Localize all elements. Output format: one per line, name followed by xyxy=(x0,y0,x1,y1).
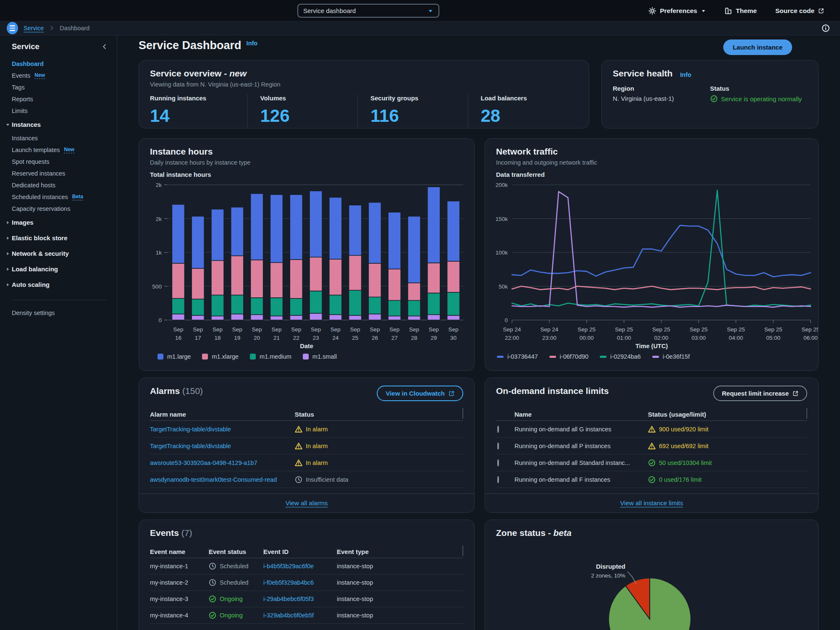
svg-text:1k: 1k xyxy=(156,249,162,256)
sidebar-item-capacity-reservations[interactable]: Capacity reservations xyxy=(12,203,117,215)
theme-toggle[interactable]: Theme xyxy=(724,7,757,15)
service-overview-title: Service overview - new xyxy=(150,68,578,79)
radio-button[interactable] xyxy=(497,476,499,483)
svg-text:01:00: 01:00 xyxy=(617,335,631,341)
line-chart-legend: i-03736447i-06f70d90i-02924ba6i-0e36f15f xyxy=(497,353,690,360)
breadcrumb-bar: Service Dashboard xyxy=(0,21,840,35)
radio-button[interactable] xyxy=(497,443,499,449)
metric-value-link[interactable]: 14 xyxy=(150,105,170,129)
legend-item[interactable]: m1.small xyxy=(303,353,337,360)
dashboard-variant-select[interactable]: Service dashboard xyxy=(297,4,439,18)
metric-value-link[interactable]: 116 xyxy=(370,105,399,129)
legend-item[interactable]: m1.xlarge xyxy=(202,353,239,360)
check-circle-icon xyxy=(710,95,718,102)
sidebar-item-reserved-instances[interactable]: Reserved instances xyxy=(12,168,117,179)
sidebar-item-instances[interactable]: Instances xyxy=(12,132,117,144)
check-icon xyxy=(209,612,216,619)
source-code-link[interactable]: Source code xyxy=(775,7,824,15)
legend-item[interactable]: m1.large xyxy=(158,353,191,360)
event-id-cell: i-329ab4bc6f0eb5f xyxy=(263,612,337,619)
sidebar-item-scheduled-instances[interactable]: Scheduled instancesBeta xyxy=(12,191,117,203)
event-id-link[interactable]: i-29ab4bebc6f05f3 xyxy=(263,596,314,602)
legend-item[interactable]: i-02924ba6 xyxy=(600,353,641,360)
sidebar-item-spot-requests[interactable]: Spot requests xyxy=(12,156,117,168)
svg-text:200k: 200k xyxy=(496,182,508,188)
event-type-cell: instance-stop xyxy=(337,579,463,586)
badge-beta[interactable]: Beta xyxy=(72,194,83,200)
legend-item[interactable]: i-0e36f15f xyxy=(652,353,690,360)
metric-value-link[interactable]: 28 xyxy=(481,105,501,129)
radio-button[interactable] xyxy=(497,426,499,433)
sidebar-item-dedicated-hosts[interactable]: Dedicated hosts xyxy=(12,179,117,191)
svg-text:Sep: Sep xyxy=(429,326,439,333)
preferences-menu[interactable]: Preferences xyxy=(648,7,706,15)
radio-button[interactable] xyxy=(497,459,499,466)
events-card: Events (7) Event name Event status Event… xyxy=(139,520,475,630)
menu-icon[interactable] xyxy=(7,22,18,34)
svg-text:27: 27 xyxy=(391,335,398,341)
event-id-link[interactable]: i-f0eb5f329ab4bc6 xyxy=(263,579,314,586)
table-row: my-instance-2Scheduledi-f0eb5f329ab4bc6i… xyxy=(150,575,463,591)
radio-cell xyxy=(496,443,514,449)
sidebar-item-reports[interactable]: Reports xyxy=(12,93,117,105)
topbar-utilities: Preferences Theme Source code xyxy=(648,0,824,21)
sidebar-section-auto-scaling[interactable]: Auto scaling xyxy=(4,277,117,292)
limits-table-header: Name Status (usage/limit) xyxy=(496,408,807,421)
svg-text:22: 22 xyxy=(293,335,299,341)
collapse-sidebar-icon[interactable] xyxy=(102,44,108,50)
line-chart-x-label: Time (UTC) xyxy=(485,343,818,349)
radio-cell xyxy=(496,476,514,483)
sidebar-section-network-security[interactable]: Network & security xyxy=(4,246,117,261)
sidebar-item-dashboard[interactable]: Dashboard xyxy=(12,58,117,70)
svg-text:22:00: 22:00 xyxy=(505,335,519,341)
sidebar-section-images[interactable]: Images xyxy=(4,215,117,230)
health-info-link[interactable]: Info xyxy=(680,69,691,80)
page-info-link[interactable]: Info xyxy=(247,40,258,47)
launch-instance-button[interactable]: Launch instance xyxy=(723,39,792,55)
table-row: Running on-demand all F instances0 used/… xyxy=(496,471,807,488)
bar-chart-x-label: Date xyxy=(139,343,474,349)
event-id-link[interactable]: i-b4b5f3b29ac6f0e xyxy=(263,563,314,570)
event-id-cell: i-f0eb5f329ab4bc6 xyxy=(263,579,337,586)
sidebar-item-density-settings[interactable]: Density settings xyxy=(12,307,117,319)
table-row: Running on-demand all P instances692 use… xyxy=(496,438,807,454)
sidebar-item-launch-templates[interactable]: Launch templatesNew xyxy=(12,144,117,156)
metric-value-link[interactable]: 126 xyxy=(260,105,290,129)
caret-right-icon xyxy=(4,236,12,241)
sidebar-section-load-balancing[interactable]: Load balancing xyxy=(4,261,117,277)
event-id-cell: i-b4b5f3b29ac6f0e xyxy=(263,563,337,570)
request-limit-increase-button[interactable]: Request limit increase xyxy=(713,386,807,401)
alarm-link[interactable]: awsroute53-303920aa-0498-4129-a1b7 xyxy=(150,459,257,466)
table-row: my-instance-3Ongoingi-29ab4bebc6f05f3ins… xyxy=(150,591,463,607)
view-all-instance-limits-link[interactable]: View all instance limits xyxy=(620,499,683,507)
view-in-cloudwatch-button[interactable]: View in Cloudwatch xyxy=(377,386,463,401)
caret-right-icon xyxy=(4,282,12,287)
legend-item[interactable]: i-06f70d90 xyxy=(549,353,589,360)
limit-name-cell: Running on-demand all F instances xyxy=(514,476,648,483)
view-all-alarms-link[interactable]: View all alarms xyxy=(286,499,328,507)
alarm-link[interactable]: awsdynamodb-test0mark0test-Consumed-read xyxy=(150,476,277,483)
svg-text:Sep: Sep xyxy=(350,326,360,333)
badge-new[interactable]: New xyxy=(64,147,74,153)
svg-text:05:00: 05:00 xyxy=(766,335,780,341)
svg-text:Sep: Sep xyxy=(271,326,281,333)
zone-status-card: Zone status - beta Disrupted2 zones, 10% xyxy=(485,520,819,630)
status-cell: In alarm xyxy=(295,459,463,467)
legend-item[interactable]: i-03736447 xyxy=(497,353,538,360)
svg-text:23:00: 23:00 xyxy=(542,335,556,341)
breadcrumb-service-link[interactable]: Service xyxy=(24,25,44,32)
alarm-name-cell: awsdynamodb-test0mark0test-Consumed-read xyxy=(150,476,295,483)
sidebar-section-instances[interactable]: Instances xyxy=(4,117,117,132)
legend-item[interactable]: m1.medium xyxy=(250,353,291,360)
sidebar-section-elastic-block-store[interactable]: Elastic block store xyxy=(4,230,117,246)
sidebar-item-tags[interactable]: Tags xyxy=(12,81,117,93)
svg-text:Sep 24: Sep 24 xyxy=(540,326,558,333)
event-id-link[interactable]: i-329ab4bc6f0eb5f xyxy=(263,612,314,619)
badge-new[interactable]: New xyxy=(34,72,45,79)
alarm-link[interactable]: TargetTracking-table/divstable xyxy=(150,443,231,449)
sidebar-item-limits[interactable]: Limits xyxy=(12,105,117,117)
sidebar-item-events[interactable]: EventsNew xyxy=(12,70,117,81)
info-circle-icon[interactable] xyxy=(822,24,830,32)
svg-text:500: 500 xyxy=(152,284,162,290)
alarm-link[interactable]: TargetTracking-table/divstable xyxy=(150,426,231,433)
